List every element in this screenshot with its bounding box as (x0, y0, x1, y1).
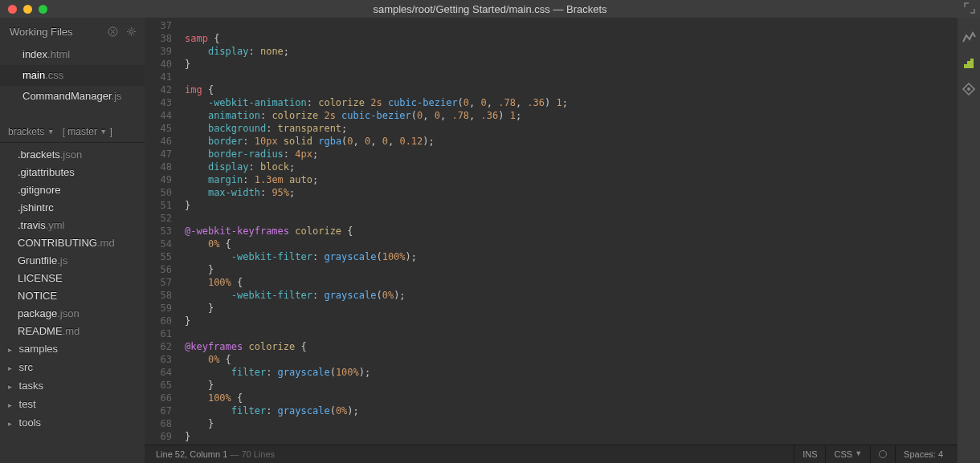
tree-file[interactable]: .travis.yml (0, 217, 145, 234)
tree-folder[interactable]: ▸ src (0, 359, 145, 377)
branch-name: master (67, 126, 97, 137)
tree-file[interactable]: .gitignore (0, 181, 145, 199)
tree-file[interactable]: Gruntfile.js (0, 252, 145, 270)
chevron-down-icon: ▼ (47, 128, 55, 136)
file-tree: .brackets.json.gitattributes.gitignore.j… (0, 143, 145, 463)
chevron-down-icon: ▼ (855, 449, 862, 457)
indent-settings[interactable]: Spaces: 4 (895, 445, 951, 463)
live-preview-icon[interactable] (962, 30, 976, 45)
tree-folder[interactable]: ▸ tools (0, 414, 145, 433)
tree-folder[interactable]: ▸ samples (0, 340, 145, 359)
tree-file[interactable]: package.json (0, 305, 145, 323)
code-content[interactable]: samp { display: none;} img { -webkit-ani… (180, 18, 958, 445)
chevron-down-icon: ▼ (100, 128, 107, 136)
window-title: samples/root/Getting Started/main.css — … (0, 3, 980, 15)
caret-right-icon: ▸ (8, 362, 16, 375)
editor-pane: 3738394041424344454647484950515253545556… (145, 18, 958, 463)
insert-mode-toggle[interactable]: INS (794, 445, 825, 463)
project-name: brackets (8, 126, 44, 137)
working-files-header: Working Files (0, 18, 145, 44)
tree-folder[interactable]: ▸ tasks (0, 377, 145, 396)
fullscreen-icon[interactable] (964, 2, 975, 14)
close-window-button[interactable] (8, 5, 17, 14)
caret-right-icon: ▸ (8, 343, 16, 356)
caret-right-icon: ▸ (8, 399, 16, 412)
working-file-item[interactable]: index.html (0, 44, 145, 65)
status-dot-icon (879, 450, 887, 458)
working-file-item[interactable]: CommandManager.js (0, 86, 145, 107)
working-file-item[interactable]: main.css (0, 65, 145, 86)
caret-right-icon: ▸ (8, 417, 16, 430)
cursor-position: Line 52, Column 1 (156, 449, 227, 459)
plugin-icon[interactable] (962, 82, 976, 96)
working-files-list: index.htmlmain.cssCommandManager.js (0, 44, 145, 107)
gear-icon[interactable] (126, 26, 137, 37)
zoom-window-button[interactable] (39, 5, 47, 14)
extension-manager-icon[interactable] (962, 56, 976, 71)
tree-file[interactable]: README.md (0, 323, 145, 340)
window-controls (0, 5, 47, 14)
tree-file[interactable]: .gitattributes (0, 164, 145, 181)
extension-rail (958, 18, 980, 463)
project-header[interactable]: brackets ▼ [ master ▼ ] (0, 121, 145, 143)
tree-file[interactable]: NOTICE (0, 287, 145, 305)
tree-file[interactable]: .brackets.json (0, 146, 145, 164)
status-bar: Line 52, Column 1 — 70 Lines INS CSS ▼ S… (145, 445, 958, 463)
svg-point-1 (130, 30, 133, 34)
lint-status[interactable] (870, 445, 895, 463)
working-files-label: Working Files (10, 26, 73, 38)
total-lines: 70 Lines (241, 449, 275, 459)
code-editor[interactable]: 3738394041424344454647484950515253545556… (145, 18, 958, 445)
titlebar: samples/root/Getting Started/main.css — … (0, 0, 980, 18)
svg-point-2 (967, 87, 970, 91)
sidebar: Working Files index.htmlmain.cssCommandM… (0, 18, 145, 463)
tree-folder[interactable]: ▸ test (0, 396, 145, 414)
line-gutter: 3738394041424344454647484950515253545556… (145, 18, 180, 445)
caret-right-icon: ▸ (8, 380, 16, 393)
tree-file[interactable]: CONTRIBUTING.md (0, 234, 145, 252)
minimize-window-button[interactable] (23, 5, 32, 14)
close-all-icon[interactable] (108, 26, 118, 37)
tree-file[interactable]: LICENSE (0, 270, 145, 287)
tree-file[interactable]: .jshintrc (0, 199, 145, 217)
language-mode-selector[interactable]: CSS ▼ (825, 445, 870, 463)
